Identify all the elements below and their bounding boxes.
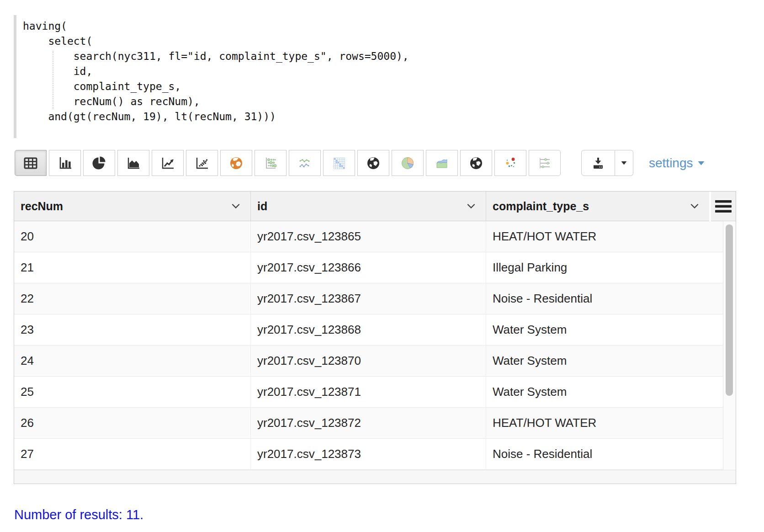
cell-complaint-type: Noise - Residential bbox=[486, 283, 723, 314]
notebook-paragraph: having( select( search(nyc311, fl="id, c… bbox=[0, 0, 764, 532]
viz-globe-2-button[interactable] bbox=[460, 150, 492, 176]
download-options-button[interactable] bbox=[615, 150, 633, 176]
cell-complaint-type: Water System bbox=[486, 346, 723, 376]
viz-parallel-coordinates-button[interactable] bbox=[529, 150, 561, 176]
download-button-group bbox=[581, 150, 633, 176]
scatter-chart-icon bbox=[195, 156, 209, 170]
table-row: 21 yr2017.csv_123866 Illegal Parking bbox=[14, 252, 736, 283]
code-editor[interactable]: having( select( search(nyc311, fl="id, c… bbox=[14, 15, 409, 138]
area-chart-icon bbox=[126, 156, 141, 170]
chevron-down-icon bbox=[231, 203, 240, 209]
column-menu-recnum[interactable] bbox=[231, 203, 240, 209]
vertical-scrollbar-thumb[interactable] bbox=[726, 224, 733, 396]
viz-pie-color-button[interactable] bbox=[392, 150, 424, 176]
bubble-matrix-icon bbox=[263, 156, 278, 170]
viz-map-button[interactable] bbox=[220, 150, 252, 176]
viz-area-chart-button[interactable] bbox=[117, 150, 149, 176]
viz-multi-line-button[interactable] bbox=[289, 150, 321, 176]
scatter-color-icon bbox=[503, 156, 518, 170]
code-line: having( bbox=[23, 19, 409, 34]
column-label: id bbox=[257, 200, 267, 213]
cell-id: yr2017.csv_123867 bbox=[251, 283, 486, 314]
multi-line-chart-icon bbox=[297, 156, 312, 170]
table-body: 20 yr2017.csv_123865 HEAT/HOT WATER 21 y… bbox=[14, 221, 736, 470]
visualization-toolbar: settings bbox=[15, 150, 749, 176]
code-line: select( bbox=[23, 34, 409, 49]
cell-id: yr2017.csv_123868 bbox=[251, 314, 486, 345]
indent-guide bbox=[53, 51, 53, 109]
cell-id: yr2017.csv_123866 bbox=[251, 252, 486, 283]
table-row: 27 yr2017.csv_123873 Noise - Residential bbox=[14, 439, 736, 470]
settings-label: settings bbox=[649, 156, 693, 170]
table-row: 24 yr2017.csv_123870 Water System bbox=[14, 346, 736, 377]
globe-dark-icon bbox=[366, 156, 381, 170]
viz-stacked-area-button[interactable] bbox=[426, 150, 458, 176]
cell-recnum: 25 bbox=[14, 377, 251, 407]
cell-recnum: 27 bbox=[14, 439, 251, 469]
cell-recnum: 22 bbox=[14, 283, 251, 314]
bar-chart-icon bbox=[58, 156, 72, 170]
viz-bar-chart-button[interactable] bbox=[49, 150, 81, 176]
viz-pie-chart-button[interactable] bbox=[83, 150, 115, 176]
chevron-down-icon bbox=[690, 203, 699, 209]
parallel-coordinates-icon bbox=[537, 156, 552, 170]
code-line: complaint_type_s, bbox=[23, 79, 409, 94]
download-icon bbox=[591, 156, 605, 170]
viz-table-button[interactable] bbox=[15, 150, 47, 176]
caret-down-icon bbox=[697, 160, 705, 166]
table-row: 25 yr2017.csv_123871 Water System bbox=[14, 377, 736, 408]
stacked-area-icon bbox=[435, 156, 449, 170]
cell-recnum: 23 bbox=[14, 314, 251, 345]
results-table: recNum id complaint_type_s bbox=[14, 191, 736, 484]
heatmap-icon bbox=[332, 156, 346, 170]
chevron-down-icon bbox=[467, 203, 476, 209]
table-row: 22 yr2017.csv_123867 Noise - Residential bbox=[14, 283, 736, 314]
column-header-complaint-type[interactable]: complaint_type_s bbox=[486, 192, 709, 221]
cell-complaint-type: HEAT/HOT WATER bbox=[486, 408, 723, 438]
globe-orange-icon bbox=[229, 156, 244, 170]
cell-id: yr2017.csv_123870 bbox=[251, 346, 486, 376]
horizontal-scrollbar-track[interactable] bbox=[14, 470, 736, 484]
caret-down-icon bbox=[621, 160, 627, 165]
pie-chart-icon bbox=[92, 156, 106, 170]
viz-scatter-chart-button[interactable] bbox=[186, 150, 218, 176]
viz-heatmap-button[interactable] bbox=[323, 150, 355, 176]
cell-recnum: 20 bbox=[14, 221, 251, 252]
viz-line-chart-button[interactable] bbox=[152, 150, 184, 176]
column-menu-id[interactable] bbox=[467, 203, 476, 209]
column-header-recnum[interactable]: recNum bbox=[14, 192, 251, 221]
hamburger-menu-icon bbox=[715, 200, 732, 213]
chart-type-button-group bbox=[15, 150, 561, 176]
table-row: 26 yr2017.csv_123872 HEAT/HOT WATER bbox=[14, 408, 736, 439]
download-button[interactable] bbox=[581, 150, 615, 176]
code-line: recNum() as recNum), bbox=[23, 94, 409, 109]
results-count-text: Number of results: 11. bbox=[14, 507, 143, 522]
settings-toggle[interactable]: settings bbox=[649, 150, 705, 176]
column-label: recNum bbox=[21, 200, 63, 213]
cell-complaint-type: Illegal Parking bbox=[486, 252, 723, 283]
code-line: id, bbox=[23, 64, 409, 79]
viz-scatter-color-button[interactable] bbox=[494, 150, 526, 176]
cell-complaint-type: Noise - Residential bbox=[486, 439, 723, 469]
cell-recnum: 24 bbox=[14, 346, 251, 376]
code-line: and(gt(recNum, 19), lt(recNum, 31))) bbox=[23, 109, 409, 124]
cell-recnum: 26 bbox=[14, 408, 251, 438]
column-header-id[interactable]: id bbox=[251, 192, 486, 221]
cell-id: yr2017.csv_123873 bbox=[251, 439, 486, 469]
column-label: complaint_type_s bbox=[493, 200, 589, 213]
table-row: 23 yr2017.csv_123868 Water System bbox=[14, 314, 736, 346]
globe-dark-2-icon bbox=[469, 156, 483, 170]
cell-id: yr2017.csv_123871 bbox=[251, 377, 486, 407]
pie-color-icon bbox=[400, 156, 415, 170]
table-menu-button[interactable] bbox=[711, 192, 736, 221]
cell-complaint-type: HEAT/HOT WATER bbox=[486, 221, 723, 252]
column-menu-complaint-type[interactable] bbox=[690, 203, 699, 209]
cell-id: yr2017.csv_123865 bbox=[251, 221, 486, 252]
viz-bubble-matrix-button[interactable] bbox=[255, 150, 286, 176]
viz-globe-button[interactable] bbox=[357, 150, 389, 176]
table-row: 20 yr2017.csv_123865 HEAT/HOT WATER bbox=[14, 221, 736, 252]
table-icon bbox=[23, 156, 38, 170]
vertical-scrollbar-track[interactable] bbox=[723, 221, 736, 470]
cell-id: yr2017.csv_123872 bbox=[251, 408, 486, 438]
cell-recnum: 21 bbox=[14, 252, 251, 283]
